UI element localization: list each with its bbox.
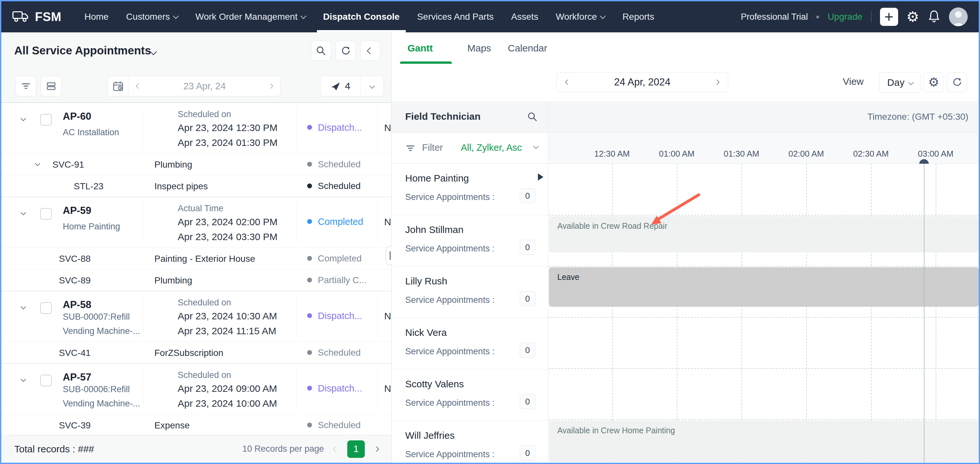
nav-item-services-and-parts[interactable]: Services And Parts (409, 1, 503, 32)
filter-button[interactable] (16, 76, 36, 97)
view-mode-select[interactable]: Day (879, 72, 921, 93)
appointment-id[interactable]: AP-58 (63, 299, 91, 311)
technician-row[interactable]: Will Jeffries Service Appointments : 0 (391, 421, 548, 463)
dispatch-send-button[interactable]: 4 (320, 76, 361, 96)
appointment-id[interactable]: AP-59 (63, 205, 91, 216)
truncated-next-column: N (384, 311, 391, 322)
gantt-timeline[interactable]: Available in Crew Road Repair Leave Avai… (548, 164, 979, 463)
service-id[interactable]: SVC-41 (59, 348, 91, 358)
next-date-icon[interactable] (268, 83, 274, 89)
service-row[interactable]: SVC-91 Plumbing Scheduled (1, 153, 391, 175)
appointments-header: All Service Appointments (1, 32, 391, 70)
row-checkbox[interactable] (40, 208, 52, 220)
technician-row[interactable]: Nick Vera Service Appointments : 0 (391, 318, 548, 370)
refresh-button[interactable] (336, 41, 356, 61)
collapse-group-icon[interactable] (21, 210, 26, 216)
settings-gear-icon[interactable]: ⚙ (907, 10, 919, 24)
service-row[interactable]: SVC-41 ForZSubscription Scheduled (1, 342, 391, 363)
previous-date-icon[interactable] (136, 83, 142, 89)
technician-name[interactable]: John Stillman (405, 224, 463, 235)
collapse-group-icon[interactable] (21, 377, 26, 382)
technician-name[interactable]: Nick Vera (405, 327, 447, 338)
technician-search-button[interactable] (527, 112, 538, 123)
row-checkbox[interactable] (40, 302, 52, 314)
appointment-name-line1[interactable]: SUB-00007:Refill (63, 312, 130, 322)
service-row[interactable]: SVC-88 Painting - Exterior House Complet… (1, 248, 391, 269)
current-page-button[interactable]: 1 (347, 440, 365, 458)
user-avatar[interactable] (949, 8, 968, 26)
service-row[interactable]: SVC-89 Plumbing Partially C... (1, 269, 391, 291)
search-button[interactable] (311, 41, 331, 61)
appointment-group-row[interactable]: AP-57 SUB-00006:Refill Vending Machine-.… (1, 363, 391, 414)
time-end: Apr 23, 2024 03:30 PM (178, 231, 278, 242)
date-filter-value[interactable]: 23 Apr, 24 (183, 81, 226, 92)
appointment-id[interactable]: AP-60 (63, 111, 91, 122)
service-line-id[interactable]: STL-23 (74, 181, 103, 192)
brand[interactable]: FSM (12, 9, 62, 25)
technician-row[interactable]: Lilly Rush Service Appointments : 0 (391, 267, 548, 318)
technician-row[interactable]: Scotty Valens Service Appointments : 0 (391, 370, 548, 421)
row-layout-button[interactable] (41, 76, 62, 97)
nav-item-workforce[interactable]: Workforce (547, 1, 614, 32)
upgrade-link[interactable]: Upgrade (827, 12, 862, 22)
nav-item-assets[interactable]: Assets (502, 1, 547, 32)
technician-row[interactable]: Home Painting Service Appointments : 0 (391, 164, 548, 215)
next-day-icon[interactable] (714, 79, 719, 85)
leave-bar[interactable]: Leave (549, 267, 979, 307)
previous-page-icon[interactable] (333, 446, 339, 452)
create-button[interactable]: + (880, 8, 898, 26)
service-name: Plumbing (154, 275, 192, 286)
collapse-group-icon[interactable] (21, 116, 26, 121)
appointment-count-badge: 0 (520, 446, 535, 461)
nav-item-work-order-management[interactable]: Work Order Management (187, 1, 314, 32)
records-per-page[interactable]: 10 Records per page (242, 444, 324, 454)
nav-item-home[interactable]: Home (76, 1, 118, 32)
appointment-group-row[interactable]: AP-60 AC Installation Scheduled on Apr 2… (1, 103, 391, 153)
calendar-picker-button[interactable] (108, 76, 129, 96)
service-id[interactable]: SVC-39 (59, 420, 91, 431)
service-line-row[interactable]: STL-23 Inspect pipes Scheduled (1, 175, 391, 197)
appointment-name[interactable]: AC Installation (63, 127, 119, 138)
nav-item-dispatch-console[interactable]: Dispatch Console (314, 1, 408, 32)
appointment-group-row[interactable]: AP-59 Home Painting Actual Time Apr 23, … (1, 197, 391, 248)
current-time-line (924, 164, 925, 463)
technician-name[interactable]: Lilly Rush (405, 276, 447, 287)
appointment-group-row[interactable]: AP-58 SUB-00007:Refill Vending Machine-.… (1, 291, 391, 342)
next-page-icon[interactable] (374, 446, 379, 452)
technician-row[interactable]: John Stillman Service Appointments : 0 (391, 215, 548, 267)
service-row[interactable]: SVC-39 Expense Scheduled (1, 414, 391, 435)
appointment-name-line2[interactable]: Vending Machine-... (63, 326, 140, 336)
tab-maps[interactable]: Maps (467, 32, 491, 64)
collapse-group-icon[interactable] (21, 304, 26, 310)
expand-crew-icon[interactable] (538, 173, 543, 181)
tab-calendar[interactable]: Calendar (508, 32, 547, 64)
technician-name[interactable]: Scotty Valens (405, 378, 464, 389)
service-id[interactable]: SVC-88 (59, 254, 91, 264)
service-id[interactable]: SVC-89 (59, 275, 91, 286)
appointment-id[interactable]: AP-57 (63, 372, 91, 383)
appointment-name[interactable]: Home Painting (63, 222, 120, 232)
list-view-title[interactable]: All Service Appointments (14, 44, 151, 57)
nav-item-reports[interactable]: Reports (614, 1, 663, 32)
appointments-panel: All Service Appointments (1, 32, 391, 463)
technician-name[interactable]: Home Painting (405, 173, 469, 184)
collapse-service-icon[interactable] (35, 161, 40, 166)
appointment-name-line1[interactable]: SUB-00006:Refill (63, 385, 130, 394)
gantt-refresh-button[interactable] (947, 72, 967, 92)
technician-name[interactable]: Will Jeffries (405, 430, 455, 441)
nav-item-customers[interactable]: Customers (117, 1, 186, 32)
previous-day-icon[interactable] (565, 79, 571, 85)
technician-filter[interactable]: Filter All, Zylker, Asc (391, 133, 548, 164)
notifications-bell-icon[interactable] (928, 10, 940, 24)
appointment-name-line2[interactable]: Vending Machine-... (63, 399, 140, 409)
availability-bar[interactable]: Available in Crew Road Repair (549, 216, 979, 253)
gantt-date-value[interactable]: 24 Apr, 2024 (614, 76, 670, 88)
gantt-settings-button[interactable]: ⚙ (924, 72, 944, 92)
dispatch-dropdown-button[interactable] (361, 76, 383, 96)
service-id[interactable]: SVC-91 (52, 159, 84, 170)
availability-bar[interactable]: Available in Crew Home Painting (549, 421, 979, 462)
row-checkbox[interactable] (40, 114, 52, 126)
tab-gantt[interactable]: Gantt (407, 32, 433, 64)
row-checkbox[interactable] (40, 375, 52, 386)
collapse-panel-button[interactable] (360, 41, 380, 61)
